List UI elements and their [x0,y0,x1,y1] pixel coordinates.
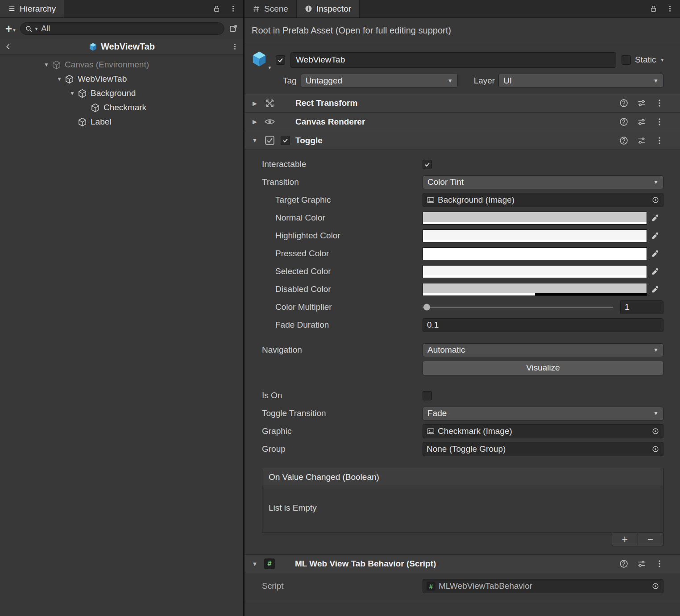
foldout-icon[interactable]: ▼ [67,90,78,96]
tree-item-canvas[interactable]: ▼ Canvas (Environment) [0,58,243,72]
event-remove-button[interactable]: − [638,533,663,546]
kebab-menu-icon[interactable] [655,99,664,108]
kebab-menu-icon[interactable] [655,559,664,568]
layer-dropdown[interactable]: UI ▼ [498,74,663,87]
kebab-menu-icon[interactable] [231,43,239,50]
object-picker-icon[interactable] [648,579,663,593]
scene-grid-icon [253,5,260,12]
tab-inspector[interactable]: Inspector [297,0,360,17]
group-field[interactable]: None (Toggle Group) [423,442,663,456]
kebab-menu-icon[interactable] [655,136,664,145]
caret-down-icon: ▾ [35,25,38,32]
tree-item-webviewtab[interactable]: ▼ WebViewTab [0,72,243,86]
active-checkbox[interactable] [276,55,285,65]
breadcrumb-title: WebViewTab [101,42,155,52]
component-header-toggle[interactable]: ▼ Toggle [245,131,680,150]
highlighted-color-swatch[interactable] [423,229,647,242]
foldout-icon[interactable]: ▼ [251,561,259,567]
check-icon [424,161,431,168]
graphic-field[interactable]: Checkmark (Image) [423,424,663,438]
static-checkbox[interactable] [622,55,631,65]
foldout-icon[interactable]: ▼ [41,62,52,68]
is-on-checkbox[interactable] [423,391,432,400]
selected-color-swatch[interactable] [423,265,647,278]
transition-dropdown[interactable]: Color Tint ▼ [423,175,663,189]
toggle-component-body: Interactable Transition Color Tint ▼ Tar… [245,150,680,554]
presets-icon[interactable] [637,559,646,568]
back-button[interactable] [4,43,12,50]
cube-icon [65,75,74,84]
help-icon[interactable] [619,559,628,568]
info-icon [305,5,312,12]
property-row-fade-duration: Fade Duration 0.1 [245,316,680,334]
pressed-color-swatch[interactable] [423,247,647,260]
foldout-icon[interactable]: ▼ [54,76,65,82]
caret-down-icon: ▼ [650,347,659,353]
prefab-icon [88,42,97,51]
caret-down-icon: ▼ [650,78,659,84]
tree-item-label: Label [91,117,112,127]
gameobject-header: ▾ WebViewTab Static ▾ Tag Untagged ▼ [245,43,680,94]
tab-scene[interactable]: Scene [245,0,297,17]
lock-icon[interactable] [650,5,657,12]
tree-item-background[interactable]: ▼ Background [0,86,243,100]
help-icon[interactable] [619,99,628,108]
gameobject-name-input[interactable]: WebViewTab [290,52,616,68]
search-input[interactable]: ▾ All [20,22,224,35]
script-field[interactable]: MLWebViewTabBehavior [423,579,663,593]
eyedropper-icon[interactable] [647,250,663,258]
hierarchy-tabbar: Hierarchy [0,0,243,18]
event-add-button[interactable]: + [612,533,638,546]
component-enabled-checkbox[interactable] [281,136,290,145]
disabled-color-swatch[interactable] [423,283,647,296]
foldout-icon[interactable]: ▶ [251,118,259,125]
event-empty-state: List is Empty [262,486,663,533]
eyedropper-icon[interactable] [647,285,663,294]
event-list-toolbar: + − [612,533,663,546]
color-multiplier-input[interactable]: 1 [620,300,663,314]
object-picker-icon[interactable] [648,425,663,438]
presets-icon[interactable] [637,99,646,108]
tree-item-label: WebViewTab [78,74,127,84]
object-picker-icon[interactable] [648,442,663,456]
tag-dropdown[interactable]: Untagged ▼ [301,74,458,87]
tree-item-label-object[interactable]: Label [0,115,243,129]
help-icon[interactable] [619,136,628,145]
presets-icon[interactable] [637,117,646,126]
property-row-normal-color: Normal Color [245,209,680,227]
kebab-menu-icon[interactable] [666,5,674,12]
foldout-icon[interactable]: ▼ [251,137,259,144]
object-picker-icon[interactable] [648,193,663,207]
eyedropper-icon[interactable] [647,232,663,240]
eyedropper-icon[interactable] [647,267,663,276]
navigation-dropdown[interactable]: Automatic ▼ [423,343,663,357]
presets-icon[interactable] [637,136,646,145]
toggle-transition-dropdown[interactable]: Fade ▼ [423,407,663,420]
slider-handle[interactable] [423,304,430,311]
kebab-menu-icon[interactable] [655,117,664,126]
property-row-pressed-color: Pressed Color [245,245,680,262]
target-graphic-field[interactable]: Background (Image) [423,193,663,207]
eyedropper-icon[interactable] [647,214,663,222]
help-icon[interactable] [619,117,628,126]
property-row-graphic: Graphic Checkmark (Image) [245,422,680,440]
tab-hierarchy[interactable]: Hierarchy [0,0,64,17]
component-header-rect-transform[interactable]: ▶ Rect Transform [245,94,680,112]
visualize-button[interactable]: Visualize [423,361,663,375]
component-header-ml-web-view-tab-behavior[interactable]: ▼ ML Web View Tab Behavior (Script) [245,554,680,573]
tree-item-checkmark[interactable]: Checkmark [0,100,243,115]
popout-icon[interactable] [229,24,238,33]
ml-script-body: Script MLWebViewTabBehavior [245,573,680,602]
static-dropdown-icon[interactable]: ▾ [661,56,663,63]
lock-icon[interactable] [213,5,220,12]
foldout-icon[interactable]: ▶ [251,100,259,107]
normal-color-swatch[interactable] [423,212,647,225]
gameobject-icon[interactable]: ▾ [251,50,270,69]
csharp-script-icon [264,558,275,569]
interactable-checkbox[interactable] [423,160,432,169]
component-header-canvas-renderer[interactable]: ▶ Canvas Renderer [245,112,680,131]
kebab-menu-icon[interactable] [229,5,237,12]
fade-duration-input[interactable]: 0.1 [423,318,663,332]
create-object-button[interactable]: + ▾ [5,24,16,33]
color-multiplier-slider[interactable] [423,307,613,308]
